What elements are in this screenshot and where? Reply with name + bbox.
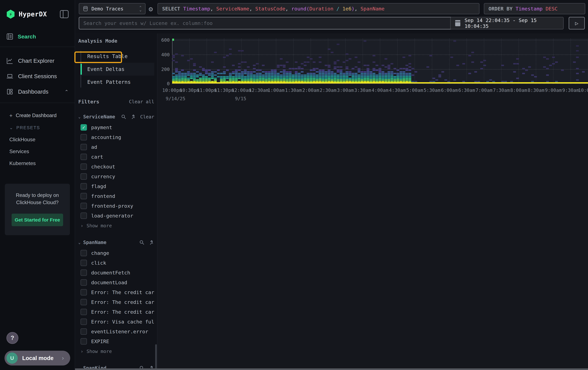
checkbox[interactable] (81, 193, 87, 199)
run-query-button[interactable]: ▷ (569, 17, 585, 30)
x-axis-tick-label: 8:30am (528, 88, 545, 93)
source-select[interactable]: Demo Traces ⌃⌄ (79, 3, 146, 14)
filter-checkbox-row[interactable]: eventListener.error (78, 327, 154, 336)
duration-heatmap-chart[interactable] (172, 39, 588, 84)
show-more-link[interactable]: ›Show more (78, 221, 154, 230)
filter-checkbox-row[interactable]: Error: The credit card (… (78, 297, 154, 307)
checkbox[interactable] (81, 328, 87, 335)
filter-checkbox-row[interactable]: load-generator (78, 211, 154, 220)
pin-icon[interactable] (149, 240, 154, 245)
filters-title: Filters (78, 99, 99, 105)
x-axis-tick-label: 3:00am (337, 88, 354, 93)
date-range-picker[interactable]: Sep 14 22:04:35 - Sep 15 10:04:35 (450, 17, 564, 30)
sidebar-item-dashboards[interactable]: Dashboards ⌃ (6, 84, 69, 100)
sidebar-item-search[interactable]: Search (6, 33, 69, 40)
chevron-down-icon[interactable]: ⌄ (78, 115, 81, 119)
create-dashboard-label: Create Dashboard (16, 113, 56, 118)
chevron-down-icon[interactable]: ⌄ (78, 240, 81, 245)
filter-checkbox-row[interactable]: payment (78, 122, 154, 132)
filter-checkbox-row[interactable]: frontend (78, 191, 154, 201)
filter-checkbox-row[interactable]: frontend-proxy (78, 201, 154, 211)
x-axis-date-label: 9/15 (235, 96, 246, 101)
x-axis-tick-label: 11:30pm (214, 88, 234, 93)
get-started-button[interactable]: Get Started for Free (11, 214, 63, 226)
checkbox[interactable] (81, 144, 87, 150)
filter-checkbox-row[interactable]: currency (78, 171, 154, 181)
sidebar-preset-link[interactable]: Services (9, 146, 69, 156)
sidebar-item-chart-explorer[interactable]: Chart Explorer (6, 53, 69, 69)
checkbox[interactable] (81, 154, 87, 160)
search-icon[interactable] (121, 114, 126, 120)
x-axis-tick-label: 11:00pm (197, 88, 217, 93)
plus-icon: + (9, 112, 12, 119)
checkbox[interactable] (81, 203, 87, 209)
dashboards-icon (6, 88, 13, 95)
filter-checkbox-row[interactable]: Error: Visa cache full: … (78, 317, 154, 327)
filter-checkbox-row[interactable]: accounting (78, 132, 154, 142)
filter-checkbox-row[interactable]: Error: The credit card (… (78, 307, 154, 317)
sidebar-item-label: Search (18, 33, 36, 40)
date-range-value: Sep 14 22:04:35 - Sep 15 10:04:35 (464, 17, 559, 29)
filter-checkbox-row[interactable]: change (78, 248, 154, 258)
chevron-down-icon: ⌄ (9, 125, 13, 130)
chart-explorer-icon (6, 57, 13, 64)
clear-all-button[interactable]: Clear all (129, 99, 154, 104)
filter-section-title[interactable]: ServiceName (83, 114, 115, 120)
sidebar-preset-link[interactable]: ClickHouse (9, 134, 69, 144)
x-axis-tick-label: 1:00am (268, 88, 284, 93)
order-by-input[interactable]: ORDER BY Timestamp DESC (484, 3, 585, 14)
x-axis-tick-label: 10:00am (578, 88, 588, 93)
x-axis-tick-label: 12:30am (249, 88, 269, 93)
search-icon[interactable] (139, 240, 145, 245)
gear-icon[interactable]: ⚙ (149, 5, 153, 13)
chevron-up-icon[interactable]: ⌃ (64, 89, 69, 95)
checkbox[interactable] (81, 270, 87, 276)
horizontal-scrollbar[interactable] (75, 368, 588, 370)
filter-panel-scrollbar[interactable] (155, 344, 157, 370)
x-axis-tick-label: 6:30am (458, 88, 475, 93)
show-more-link[interactable]: ›Show more (78, 347, 154, 356)
filter-checkbox-row[interactable]: Error: The credit card (… (78, 287, 154, 297)
clear-section-button[interactable]: Clear (140, 114, 154, 120)
checkbox[interactable] (81, 173, 87, 180)
sidebar-preset-link[interactable]: Kubernetes (9, 158, 69, 168)
checkbox[interactable] (81, 309, 87, 315)
play-icon: ▷ (575, 20, 578, 26)
checkbox[interactable] (81, 260, 87, 266)
filter-checkbox-row[interactable]: cart (78, 152, 154, 162)
analysis-mode-item[interactable]: Event Deltas (81, 63, 154, 76)
checkbox[interactable] (81, 250, 87, 256)
filter-checkbox-row[interactable]: documentLoad (78, 278, 154, 287)
sql-select-input[interactable]: SELECT Timestamp, ServiceName, StatusCod… (158, 3, 480, 14)
sidebar-item-label: Dashboards (18, 89, 48, 95)
x-axis-tick-label: 8:00am (510, 88, 527, 93)
filter-checkbox-row[interactable]: documentFetch (78, 268, 154, 278)
checkbox[interactable] (81, 183, 87, 190)
x-axis-tick-label: 2:00am (302, 88, 319, 93)
create-dashboard-button[interactable]: + Create Dashboard (9, 110, 69, 121)
local-mode-menu[interactable]: U Local mode › (4, 351, 70, 366)
checkbox[interactable] (81, 319, 87, 325)
toolbar: Demo Traces ⌃⌄ ⚙ SELECT Timestamp, Servi… (75, 0, 588, 33)
checkbox[interactable] (81, 212, 87, 219)
filter-checkbox-row[interactable]: checkout (78, 162, 154, 171)
checkbox[interactable] (81, 338, 87, 345)
filter-checkbox-row[interactable]: EXPIRE (78, 336, 154, 346)
x-axis-tick-label: 4:00am (372, 88, 388, 93)
checkbox[interactable] (81, 289, 87, 296)
presets-toggle[interactable]: ⌄ PRESETS (9, 123, 69, 132)
checkbox[interactable] (81, 299, 87, 305)
filter-checkbox-row[interactable]: click (78, 258, 154, 268)
filter-checkbox-row[interactable]: flagd (78, 181, 154, 191)
help-button[interactable]: ? (6, 332, 18, 344)
filter-section-title[interactable]: SpanName (83, 240, 106, 245)
sidebar-collapse-icon[interactable] (60, 10, 69, 18)
sidebar-item-client-sessions[interactable]: Client Sessions (6, 69, 69, 84)
checkbox[interactable] (81, 279, 87, 286)
analysis-mode-item[interactable]: Event Patterns (81, 76, 154, 89)
filter-checkbox-row[interactable]: ad (78, 142, 154, 152)
checkbox[interactable] (81, 124, 87, 131)
checkbox[interactable] (81, 134, 87, 140)
pin-icon[interactable] (131, 114, 136, 120)
checkbox[interactable] (81, 163, 87, 170)
